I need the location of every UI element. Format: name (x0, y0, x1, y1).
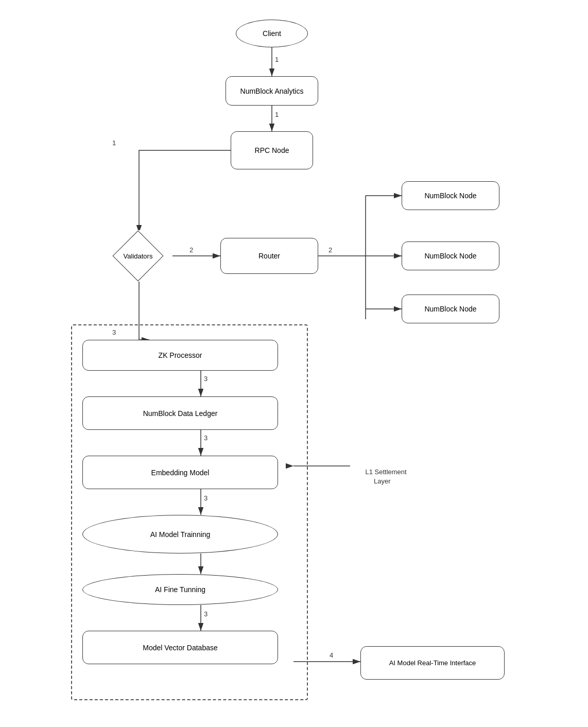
numblock-node-3: NumBlock Node (402, 295, 499, 323)
router-label: Router (258, 252, 280, 260)
label-1a: 1 (275, 56, 279, 63)
router-node: Router (220, 238, 318, 274)
zk-processor-node: ZK Processor (82, 340, 278, 371)
label-2b: 2 (328, 246, 332, 254)
validators-node: Validators (112, 230, 164, 282)
label-1b: 1 (275, 111, 279, 118)
label-2a: 2 (189, 246, 193, 254)
embedding-model-label: Embedding Model (151, 469, 210, 477)
zk-processor-label: ZK Processor (159, 351, 202, 359)
numblock-data-ledger-label: NumBlock Data Ledger (143, 409, 218, 418)
model-vector-database-label: Model Vector Database (143, 644, 218, 652)
l1-settlement-label: L1 Settlement Layer (358, 458, 407, 496)
numblock-data-ledger-node: NumBlock Data Ledger (82, 396, 278, 430)
client-label: Client (263, 29, 281, 38)
model-vector-database-node: Model Vector Database (82, 631, 278, 664)
label-4: 4 (330, 651, 333, 659)
client-node: Client (236, 20, 308, 47)
numblock-analytics-label: NumBlock Analytics (240, 87, 304, 95)
rpc-node-label: RPC Node (255, 146, 289, 154)
label-1c: 1 (112, 139, 116, 147)
label-3c: 3 (204, 434, 207, 442)
ai-model-training-label: AI Model Trainning (150, 530, 211, 539)
numblock-node-1: NumBlock Node (402, 181, 499, 210)
numblock-node-1-label: NumBlock Node (424, 192, 476, 200)
ai-model-training-node: AI Model Trainning (82, 515, 278, 553)
numblock-node-2: NumBlock Node (402, 241, 499, 270)
ai-model-realtime-node: AI Model Real-Time Interface (360, 646, 505, 680)
ai-model-realtime-label: AI Model Real-Time Interface (389, 659, 476, 667)
label-3d: 3 (204, 494, 207, 502)
embedding-model-node: Embedding Model (82, 456, 278, 489)
validators-label: Validators (124, 252, 153, 260)
label-3e: 3 (204, 610, 207, 618)
ai-fine-tuning-label: AI Fine Tunning (155, 585, 205, 594)
numblock-analytics-node: NumBlock Analytics (226, 76, 318, 106)
rpc-node: RPC Node (231, 131, 313, 169)
numblock-node-2-label: NumBlock Node (424, 252, 476, 260)
ai-fine-tuning-node: AI Fine Tunning (82, 574, 278, 605)
label-3b: 3 (204, 375, 207, 383)
numblock-node-3-label: NumBlock Node (424, 305, 476, 313)
label-3a: 3 (112, 328, 116, 336)
